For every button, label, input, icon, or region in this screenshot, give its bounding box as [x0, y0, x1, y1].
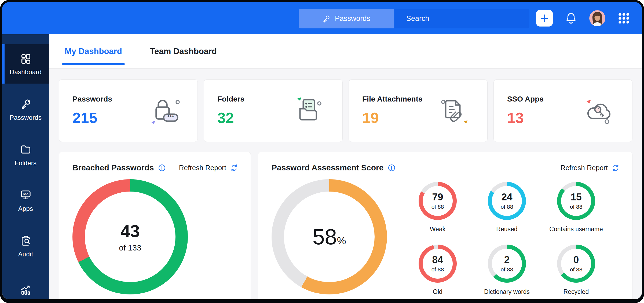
add-button[interactable] — [536, 10, 553, 27]
password-assessment-card: Password Assessment Score — [258, 152, 632, 299]
sidebar-item-passwords[interactable]: Passwords — [2, 90, 49, 129]
stat-card-sso-apps: SSO Apps 13 — [493, 79, 632, 142]
sidebar-item-dashboard[interactable]: Dashboard — [2, 44, 49, 84]
check-value: 84 — [432, 255, 443, 265]
check-label: Weak — [430, 226, 445, 233]
key-icon — [20, 98, 32, 110]
stat-card-file-attachments: File Attachments 19 — [349, 79, 488, 142]
tab-team-dashboard[interactable]: Team Dashboard — [150, 34, 217, 68]
sidebar-item-folders[interactable]: Folders — [2, 135, 49, 175]
check-value: 79 — [432, 192, 443, 202]
reports-chart-icon — [20, 284, 32, 296]
check-total: of 88 — [431, 266, 444, 273]
stats-row: Passwords 215 *** — [59, 79, 632, 142]
folder-illustration-icon — [289, 95, 330, 126]
sidebar-item-apps[interactable]: sso Apps — [2, 181, 49, 220]
stat-label: Passwords — [72, 95, 112, 103]
check-reused: 24 of 88 Reused — [488, 182, 526, 233]
search-input[interactable] — [394, 9, 529, 28]
notifications-button[interactable] — [565, 12, 577, 25]
score-unit: % — [337, 235, 346, 246]
app-switcher-search-group: Passwords — [299, 9, 529, 28]
check-value: 0 — [573, 255, 579, 265]
charts-row: Breached Passwords — [59, 152, 632, 299]
device-frame: Passwords — [0, 0, 644, 303]
check-value: 24 — [501, 192, 512, 202]
mini-donut-chart: 15 of 88 — [557, 182, 595, 220]
score-value: 58% — [312, 224, 346, 249]
app-switcher-button[interactable]: Passwords — [299, 9, 394, 28]
lock-illustration-icon: *** — [144, 95, 185, 126]
sidebar: Dashboard Passwords — [2, 34, 49, 299]
check-value: 15 — [570, 192, 581, 202]
check-dictionary-words: 2 of 88 Dictionary words — [484, 245, 530, 295]
tab-my-dashboard[interactable]: My Dashboard — [65, 34, 122, 68]
sidebar-item-label: Folders — [15, 159, 36, 167]
sidebar-item-reports[interactable] — [2, 272, 49, 299]
stat-card-passwords: Passwords 215 *** — [59, 79, 198, 142]
stat-value: 32 — [217, 109, 244, 126]
audit-clipboard-icon — [20, 234, 32, 247]
check-total: of 88 — [431, 204, 444, 210]
check-label: Old — [433, 288, 442, 295]
sidebar-item-label: Apps — [18, 205, 33, 212]
check-value: 2 — [504, 255, 510, 265]
key-icon — [322, 14, 331, 23]
breached-total: of 133 — [119, 243, 141, 252]
apps-grid-button[interactable] — [617, 12, 631, 25]
breached-count: 43 — [120, 221, 140, 241]
plus-icon — [539, 13, 550, 23]
stat-value: 13 — [507, 109, 544, 126]
topbar-actions — [536, 2, 631, 34]
refresh-report-button[interactable]: Refresh Report — [179, 164, 238, 172]
stat-label: SSO Apps — [507, 95, 544, 103]
stat-value: 19 — [362, 109, 423, 126]
mini-donut-chart: 84 of 88 — [419, 245, 457, 283]
mini-donut-chart: 0 of 88 — [557, 245, 595, 283]
stat-card-folders: Folders 32 — [204, 79, 343, 142]
dashboard-icon — [20, 52, 32, 65]
info-icon[interactable] — [158, 164, 166, 172]
card-title: Breached Passwords — [72, 163, 154, 172]
sidebar-item-label: Audit — [18, 250, 33, 258]
sidebar-item-audit[interactable]: Audit — [2, 226, 49, 266]
check-contains-username: 15 of 88 Contains username — [549, 182, 603, 233]
dashboard-content: Passwords 215 *** — [49, 69, 642, 299]
refresh-report-label: Refresh Report — [179, 164, 226, 172]
check-label: Dictionary words — [484, 288, 530, 295]
mini-donut-chart: 2 of 88 — [488, 245, 526, 283]
avatar — [589, 10, 605, 26]
refresh-icon — [230, 164, 238, 172]
check-label: Recycled — [564, 288, 589, 295]
user-avatar[interactable] — [589, 10, 605, 26]
check-total: of 88 — [570, 266, 583, 273]
app-screen: Passwords — [2, 2, 642, 299]
cloud-key-illustration-icon — [579, 95, 619, 126]
check-total: of 88 — [501, 204, 513, 210]
refresh-report-label: Refresh Report — [561, 164, 608, 172]
check-label: Contains username — [549, 226, 603, 233]
bell-icon — [565, 12, 577, 25]
mini-donut-chart: 79 of 88 — [419, 182, 457, 220]
app-switcher-label: Passwords — [335, 14, 370, 23]
global-search — [394, 9, 529, 28]
topbar: Passwords — [2, 2, 642, 34]
svg-text:***: *** — [167, 114, 174, 121]
sidebar-item-label: Passwords — [10, 114, 42, 121]
check-total: of 88 — [570, 204, 583, 210]
stat-value: 215 — [72, 109, 112, 126]
apps-grid-icon — [617, 12, 631, 25]
refresh-icon — [612, 164, 620, 172]
mini-donut-chart: 24 of 88 — [488, 182, 526, 220]
folder-icon — [20, 143, 32, 156]
check-recycled: 0 of 88 Recycled — [557, 245, 595, 295]
check-weak: 79 of 88 Weak — [419, 182, 457, 233]
refresh-report-button[interactable]: Refresh Report — [561, 164, 620, 172]
breached-donut-chart: 43 of 133 — [72, 179, 188, 294]
sso-monitor-icon: sso — [20, 189, 32, 201]
assessment-checks-grid: 79 of 88 Weak — [403, 182, 611, 295]
check-old: 84 of 88 Old — [419, 245, 457, 295]
score-donut-chart: 58% — [272, 179, 387, 294]
info-icon[interactable] — [387, 164, 396, 172]
sidebar-item-label: Dashboard — [10, 68, 42, 76]
